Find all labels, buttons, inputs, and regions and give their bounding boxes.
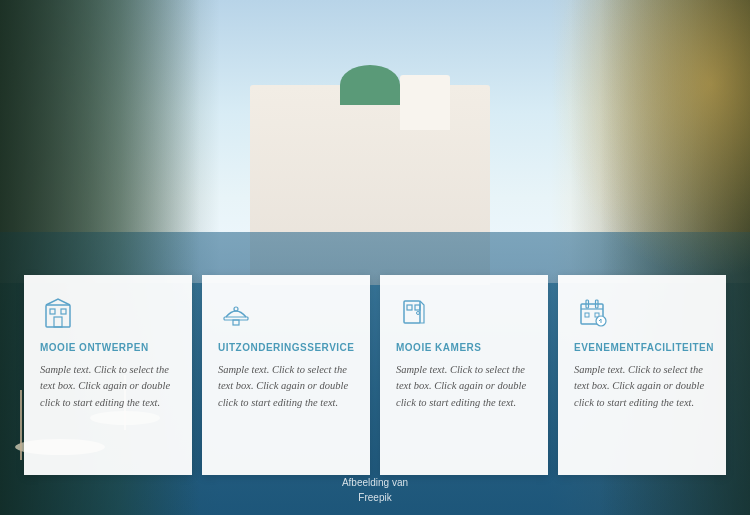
cards-row: MOOIE ONTWERPEN Sample text. Click to se… — [0, 275, 750, 475]
svg-rect-8 — [407, 305, 412, 310]
card-4-title: EVENEMENTFACILITEITEN — [574, 341, 710, 354]
card-mooie-kamers: MOOIE KAMERS Sample text. Click to selec… — [380, 275, 548, 475]
svg-rect-1 — [50, 309, 55, 314]
card-mooie-ontwerpen: MOOIE ONTWERPEN Sample text. Click to se… — [24, 275, 192, 475]
card-2-title: UITZONDERINGSSERVICE — [218, 341, 354, 354]
svg-rect-2 — [61, 309, 66, 314]
card-4-text[interactable]: Sample text. Click to select the text bo… — [574, 362, 710, 411]
content-area: MOOIE ONTWERPEN Sample text. Click to se… — [0, 0, 750, 515]
room-icon — [396, 295, 432, 331]
svg-rect-14 — [585, 313, 589, 317]
card-3-title: MOOIE KAMERS — [396, 341, 532, 354]
building-icon — [40, 295, 76, 331]
page-wrapper: MOOIE ONTWERPEN Sample text. Click to se… — [0, 0, 750, 515]
svg-point-10 — [417, 312, 420, 315]
svg-rect-5 — [233, 320, 239, 325]
svg-rect-3 — [54, 317, 62, 327]
card-2-text[interactable]: Sample text. Click to select the text bo… — [218, 362, 354, 411]
attribution-line1: Afbeelding van — [342, 475, 408, 490]
card-uitzonderingsservice: UITZONDERINGSSERVICE Sample text. Click … — [202, 275, 370, 475]
event-icon — [574, 295, 610, 331]
attribution: Afbeelding van Freepik — [342, 475, 408, 505]
svg-rect-0 — [46, 305, 70, 327]
card-1-text[interactable]: Sample text. Click to select the text bo… — [40, 362, 176, 411]
card-3-text[interactable]: Sample text. Click to select the text bo… — [396, 362, 532, 411]
card-evenementfaciliteiten: EVENEMENTFACILITEITEN Sample text. Click… — [558, 275, 726, 475]
card-1-title: MOOIE ONTWERPEN — [40, 341, 176, 354]
service-icon — [218, 295, 254, 331]
attribution-line2: Freepik — [342, 490, 408, 505]
